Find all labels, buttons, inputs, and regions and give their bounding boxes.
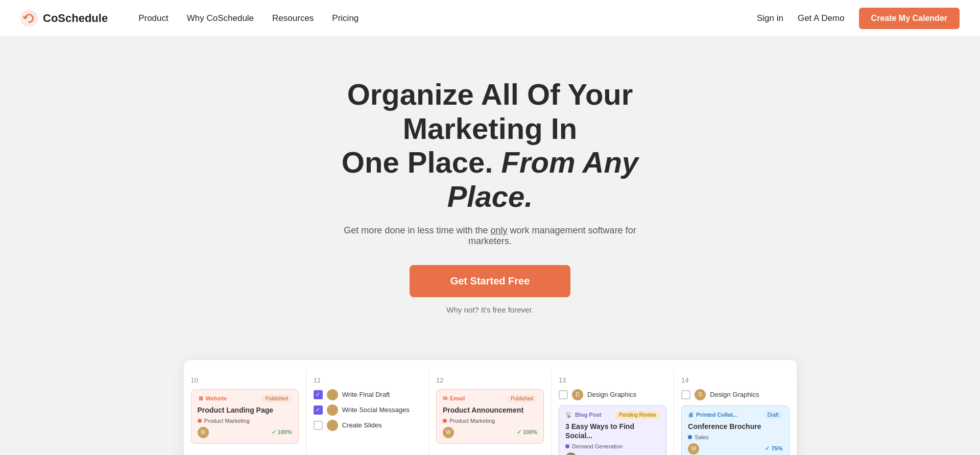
check-3 (314, 421, 323, 430)
col-date-14: 14 (681, 376, 789, 384)
blog-icon: 📡 (565, 412, 572, 418)
nav-right: Sign in Get A Demo Create My Calender (757, 8, 960, 29)
website-card-category: Product Marketing (198, 418, 292, 424)
hero-section: Organize All Of Your Marketing In One Pl… (0, 37, 980, 360)
design-avatar-13: D (572, 389, 583, 400)
col-date-12: 12 (436, 376, 544, 384)
email-card-title: Product Announcement (443, 405, 537, 415)
nav-product[interactable]: Product (138, 13, 169, 23)
printed-card-title: Conference Brochure (688, 422, 782, 431)
design-check-13 (559, 390, 568, 399)
navbar: CoSchedule Product Why CoSchedule Resour… (0, 0, 980, 37)
check-2: ✓ (314, 405, 323, 415)
checklist-item-3: Create Slides (314, 420, 421, 431)
whitney-avatar-2: W (443, 427, 454, 438)
cal-column-12: 12 ✉ Email Published Product Announcemen… (429, 370, 552, 455)
svg-point-0 (20, 10, 38, 27)
logo-icon (20, 10, 38, 27)
leah-avatar: L (565, 452, 577, 455)
logo-link[interactable]: CoSchedule (20, 10, 108, 27)
printed-progress: ✓ 75% (765, 445, 782, 452)
cal-column-11: 11 ✓ Write Final Draft ✓ Write Social Me… (306, 370, 429, 455)
logo-text: CoSchedule (43, 12, 108, 25)
cal-column-14: 14 D Design Graphics 🖨 Printed Collat...… (674, 370, 796, 455)
hero-footnote: Why not? It's free forever. (446, 305, 533, 314)
cal-column-10: 10 🖥 Website Published Product Landing P… (184, 370, 306, 455)
whitney-avatar: W (198, 427, 209, 438)
email-icon: ✉ (443, 395, 447, 402)
nav-resources[interactable]: Resources (272, 13, 314, 23)
checklist-item-2: ✓ Write Social Messages (314, 404, 421, 416)
website-icon: 🖥 (198, 395, 203, 401)
blog-card-category: Demand Generation (565, 443, 660, 449)
nav-links: Product Why CoSchedule Resources Pricing (138, 13, 757, 23)
printed-card-footer: W ✓ 75% (688, 443, 782, 454)
website-card[interactable]: 🖥 Website Published Product Landing Page… (191, 389, 299, 444)
sign-in-link[interactable]: Sign in (757, 13, 783, 23)
create-calendar-button[interactable]: Create My Calender (859, 8, 960, 29)
email-progress: ✓ 100% (517, 429, 537, 436)
col-date-10: 10 (191, 376, 299, 384)
website-card-title: Product Landing Page (198, 405, 292, 415)
printed-card-category: Sales (688, 434, 782, 440)
design-check-14 (681, 390, 690, 399)
check-1: ✓ (314, 390, 323, 399)
col-date-11: 11 (314, 376, 421, 384)
printed-icon: 🖨 (688, 412, 694, 418)
nav-pricing[interactable]: Pricing (332, 13, 358, 23)
user-avatar-2 (327, 404, 338, 416)
design-avatar-14: D (695, 389, 706, 400)
printed-card[interactable]: 🖨 Printed Collat... Draft Conference Bro… (681, 405, 789, 455)
pending-badge: Pending Review (615, 411, 660, 419)
design-label-13: Design Graphics (587, 391, 636, 398)
checklist-item-1: ✓ Write Final Draft (314, 389, 421, 400)
website-progress: ✓ 100% (272, 429, 292, 436)
col-date-13: 13 (559, 376, 666, 384)
user-avatar-1 (327, 389, 338, 400)
design-label-14: Design Graphics (710, 391, 759, 398)
cal-column-13: 13 D Design Graphics 📡 Blog Post Pending… (552, 370, 674, 455)
whitney-avatar-3: W (688, 443, 699, 454)
blog-card-footer: L ✓ 100% (565, 452, 660, 455)
email-card[interactable]: ✉ Email Published Product Announcement P… (436, 389, 544, 444)
email-card-category: Product Marketing (443, 418, 537, 424)
blog-card[interactable]: 📡 Blog Post Pending Review 3 Easy Ways t… (559, 405, 666, 455)
user-avatar-3 (327, 420, 338, 431)
draft-badge: Draft (763, 411, 783, 419)
blog-card-title: 3 Easy Ways to Find Social... (565, 422, 660, 440)
calendar-preview: 10 🖥 Website Published Product Landing P… (184, 360, 797, 455)
hero-subtitle: Get more done in less time with the only… (342, 225, 638, 247)
nav-why[interactable]: Why CoSchedule (187, 13, 254, 23)
published-badge: Published (261, 395, 292, 402)
get-demo-link[interactable]: Get A Demo (798, 13, 845, 23)
hero-title: Organize All Of Your Marketing In One Pl… (296, 78, 684, 214)
email-published-badge: Published (507, 395, 537, 402)
website-card-footer: W ✓ 100% (198, 427, 292, 438)
email-card-footer: W ✓ 100% (443, 427, 537, 438)
get-started-button[interactable]: Get Started Free (410, 265, 571, 297)
